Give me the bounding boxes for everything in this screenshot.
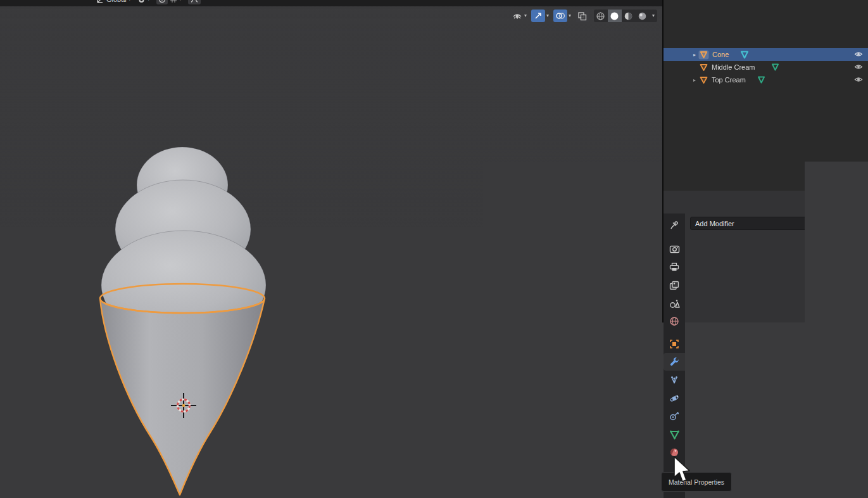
hand-icon xyxy=(645,107,654,117)
sidebar-open-chevron[interactable]: ‹ xyxy=(657,34,658,41)
properties-tab-column xyxy=(664,214,685,498)
tab-view-layer[interactable] xyxy=(664,276,685,294)
row-label: Middle Cream xyxy=(712,63,755,71)
gizmo-y-neg-axis[interactable] xyxy=(622,56,632,67)
gizmo-z-label: Z xyxy=(631,34,635,41)
eye-icon[interactable] xyxy=(854,75,863,84)
gizmo-z-neg-axis[interactable] xyxy=(627,72,638,82)
xray-toggle[interactable] xyxy=(576,10,589,22)
viewport-toggle-bar: ▾ ▾ ▾ xyxy=(512,10,657,22)
outliner-search-input[interactable] xyxy=(695,0,780,8)
filter-icon[interactable] xyxy=(840,0,849,7)
tab-world[interactable] xyxy=(664,312,685,330)
eye-icon[interactable] xyxy=(854,63,863,71)
properties-icon xyxy=(670,198,680,207)
chevron-down-icon: ▾ xyxy=(849,0,852,5)
expand-caret-icon[interactable]: ▸ xyxy=(691,77,698,83)
chevron-down-icon: ▾ xyxy=(524,13,527,18)
tab-constraints[interactable] xyxy=(664,407,685,425)
row-label: Scene Collection xyxy=(691,13,743,20)
chevron-down-icon: ▾ xyxy=(681,200,684,205)
chevron-down-icon: ▾ xyxy=(546,13,549,18)
mesh-object-icon xyxy=(699,38,708,46)
orientation-label: Global xyxy=(106,0,127,3)
row-label: Bottom Cream xyxy=(712,38,757,46)
proportional-icon xyxy=(156,0,168,4)
shading-rendered-button[interactable] xyxy=(636,10,650,22)
pan-button[interactable] xyxy=(641,105,657,120)
zoom-button[interactable] xyxy=(641,85,657,100)
outliner-row-cone[interactable]: ▸ Cone xyxy=(664,48,868,61)
collection-checkbox[interactable] xyxy=(681,25,688,33)
tab-scene[interactable] xyxy=(664,295,685,312)
shading-wireframe-button[interactable] xyxy=(594,10,608,22)
object-visibility-dropdown[interactable]: ▾ xyxy=(512,11,527,21)
tab-particles[interactable] xyxy=(664,371,685,389)
viewport-header: Global ▾ ▾ ▾ xyxy=(0,0,662,6)
tab-physics[interactable] xyxy=(664,390,685,407)
3d-viewport[interactable]: Global ▾ ▾ ▾ xyxy=(0,0,662,498)
chevron-down-icon: ▾ xyxy=(179,0,182,2)
mesh-data-icon xyxy=(771,63,779,71)
shading-solid-button[interactable] xyxy=(608,10,622,22)
outliner-panel: ▾ ▾ Scene Collection ▾ Collection xyxy=(664,0,868,189)
chevron-down-icon: ▾ xyxy=(650,13,657,18)
printer-icon xyxy=(669,262,679,272)
pin-icon[interactable] xyxy=(852,196,862,207)
shading-mode-group: ▾ xyxy=(594,10,657,22)
outliner-row-bottom-cream[interactable]: ▸ Bottom Cream xyxy=(664,35,868,48)
show-gizmo-toggle[interactable]: ▾ xyxy=(531,10,549,22)
properties-header: ▾ Cone xyxy=(664,191,868,214)
add-modifier-dropdown[interactable]: Add Modifier ▾ xyxy=(690,217,862,230)
object-icon xyxy=(696,196,706,206)
editor-type-icon[interactable] xyxy=(666,0,676,7)
overlays-icon xyxy=(553,10,567,22)
editor-type-button[interactable]: ▾ xyxy=(666,193,689,211)
chevron-down-icon: ▾ xyxy=(676,0,679,5)
outliner-row-middle-cream[interactable]: ▸ Middle Cream xyxy=(664,61,868,73)
properties-panel: ▾ Cone xyxy=(664,191,868,498)
scene-collection-icon xyxy=(679,13,688,21)
outliner-row-collection[interactable]: ▾ Collection xyxy=(664,23,868,35)
eye-icon[interactable] xyxy=(854,25,863,33)
object-properties-icon xyxy=(669,339,679,349)
xray-icon xyxy=(577,11,587,21)
proportional-edit-toggle[interactable]: ▾ xyxy=(156,0,182,4)
expand-caret-icon[interactable]: ▾ xyxy=(672,27,679,32)
grid-perspective-icon xyxy=(644,148,654,157)
tab-render[interactable] xyxy=(664,240,685,258)
falloff-icon xyxy=(188,0,201,4)
snapping-dropdown[interactable]: ▾ xyxy=(137,0,150,4)
camera-view-button[interactable] xyxy=(641,125,657,140)
shading-material-button[interactable] xyxy=(622,10,636,22)
chevron-down-icon: ▾ xyxy=(569,13,571,18)
new-collection-icon[interactable] xyxy=(857,0,865,7)
navigation-gizmo[interactable]: Z X Y xyxy=(607,29,662,86)
wrench-icon xyxy=(669,357,680,367)
gizmo-x-neg-axis[interactable] xyxy=(608,51,619,61)
tab-object[interactable] xyxy=(664,335,685,353)
row-label: Top Cream xyxy=(712,76,746,84)
perspective-toggle-button[interactable] xyxy=(641,144,657,160)
tab-tool[interactable] xyxy=(664,217,685,234)
transform-orientation-dropdown[interactable]: Global ▾ xyxy=(96,0,131,4)
falloff-dropdown[interactable] xyxy=(188,0,201,4)
mesh-data-icon xyxy=(757,76,765,84)
show-overlays-toggle[interactable]: ▾ xyxy=(553,10,571,22)
collection-icon xyxy=(691,25,700,34)
outliner-row-top-cream[interactable]: ▸ Top Cream xyxy=(664,73,868,86)
ice-cream-object[interactable] xyxy=(70,130,285,497)
tab-modifiers[interactable] xyxy=(664,353,685,371)
3d-cursor xyxy=(166,388,201,423)
outliner-row-scene-collection[interactable]: Scene Collection xyxy=(664,10,868,23)
tab-output[interactable] xyxy=(664,258,685,276)
magnifier-icon xyxy=(644,87,654,98)
eye-icon[interactable] xyxy=(854,37,863,46)
expand-caret-icon[interactable]: ▸ xyxy=(691,65,698,70)
eye-icon[interactable] xyxy=(854,50,863,58)
expand-caret-icon[interactable]: ▸ xyxy=(691,39,698,45)
expand-caret-icon[interactable]: ▸ xyxy=(691,52,698,58)
tab-object-data[interactable] xyxy=(664,426,685,444)
tool-icon xyxy=(669,220,679,231)
render-icon xyxy=(669,245,680,254)
